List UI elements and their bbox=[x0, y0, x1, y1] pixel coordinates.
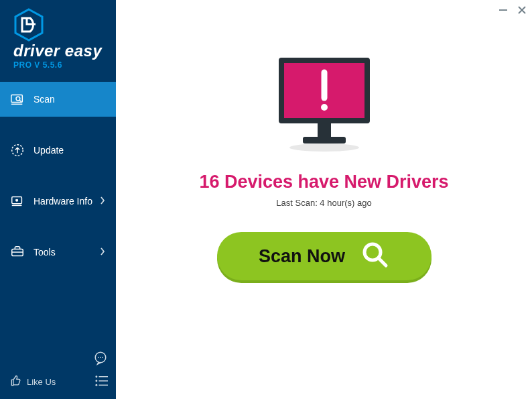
svg-point-28 bbox=[289, 144, 359, 152]
nav-label-tools: Tools bbox=[34, 247, 56, 258]
hardware-icon bbox=[9, 193, 25, 209]
svg-point-13 bbox=[100, 357, 101, 358]
nav-item-tools[interactable]: Tools bbox=[0, 235, 116, 270]
scan-icon bbox=[9, 91, 25, 107]
brand-name: driver easy bbox=[13, 43, 116, 59]
close-button[interactable] bbox=[516, 4, 528, 16]
svg-point-30 bbox=[321, 104, 328, 111]
scan-now-button[interactable]: Scan Now bbox=[217, 232, 431, 280]
nav-label-hardware: Hardware Info bbox=[34, 196, 92, 207]
nav-item-update[interactable]: Update bbox=[0, 133, 116, 168]
update-icon bbox=[9, 142, 25, 158]
status-headline: 16 Devices have New Drivers bbox=[199, 172, 448, 192]
scan-now-label: Scan Now bbox=[259, 246, 345, 267]
svg-rect-26 bbox=[318, 123, 331, 137]
logo-area: driver easy PRO V 5.5.6 bbox=[0, 0, 116, 75]
chevron-right-icon bbox=[100, 195, 105, 207]
svg-line-32 bbox=[379, 258, 386, 266]
svg-rect-27 bbox=[303, 137, 346, 144]
bottom-bar: Like Us bbox=[0, 374, 116, 399]
menu-icon[interactable] bbox=[94, 375, 109, 390]
title-bar bbox=[116, 0, 532, 20]
main-pane: 16 Devices have New Drivers Last Scan: 4… bbox=[116, 0, 532, 399]
version-label: PRO V 5.5.6 bbox=[13, 60, 116, 70]
nav-label-update: Update bbox=[34, 145, 64, 156]
search-icon bbox=[361, 241, 389, 272]
tools-icon bbox=[9, 244, 25, 260]
logo-icon bbox=[13, 8, 116, 42]
svg-point-19 bbox=[95, 384, 97, 386]
minimize-button[interactable] bbox=[497, 4, 509, 16]
nav-item-scan[interactable]: Scan bbox=[0, 82, 116, 117]
svg-point-15 bbox=[95, 376, 97, 378]
thumbs-up-icon bbox=[9, 374, 23, 390]
svg-point-7 bbox=[15, 199, 18, 202]
monitor-illustration bbox=[271, 54, 378, 157]
sidebar: driver easy PRO V 5.5.6 Scan U bbox=[0, 0, 116, 399]
nav-item-hardware[interactable]: Hardware Info bbox=[0, 184, 116, 219]
svg-point-14 bbox=[102, 357, 103, 358]
chevron-right-icon bbox=[100, 246, 105, 258]
like-us-button[interactable]: Like Us bbox=[9, 374, 56, 390]
svg-rect-8 bbox=[16, 198, 17, 199]
svg-point-2 bbox=[16, 97, 20, 101]
nav: Scan Update Hardware Info bbox=[0, 82, 116, 286]
feedback-icon[interactable] bbox=[93, 351, 108, 368]
last-scan-label: Last Scan: 4 hour(s) ago bbox=[276, 198, 371, 208]
nav-label-scan: Scan bbox=[34, 94, 55, 105]
svg-point-17 bbox=[95, 380, 97, 382]
like-us-label: Like Us bbox=[27, 377, 56, 387]
svg-point-12 bbox=[98, 357, 99, 358]
